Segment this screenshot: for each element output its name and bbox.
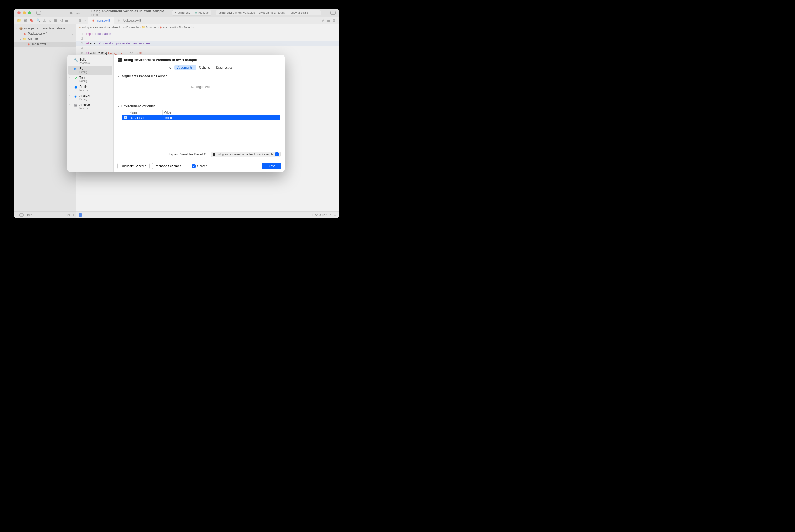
add-argument-icon[interactable]: ＋ <box>122 95 126 100</box>
source-control-navigator-icon[interactable]: ▣ <box>24 18 27 22</box>
remove-env-var-icon[interactable]: － <box>128 131 132 135</box>
analyze-icon: ◈ <box>74 94 78 98</box>
tree-sources-folder[interactable]: ⌄ 📁 Sources ? <box>14 36 76 41</box>
swift-file-icon: ◉ <box>159 26 162 28</box>
shared-label: Shared <box>197 164 207 168</box>
chevron-right-icon: › <box>177 26 178 29</box>
modal-footer: Duplicate Scheme Manage Schemes... ✓ Sha… <box>114 160 285 172</box>
tab-main-swift[interactable]: ◉ main.swift <box>88 17 114 24</box>
chevron-right-icon[interactable]: › <box>70 85 72 88</box>
table-row[interactable]: ✓ LOG_LEVEL debug <box>122 115 280 120</box>
chevron-right-icon[interactable]: › <box>70 76 72 79</box>
scheme-action-build[interactable]: › 🔧 Build 2 targets <box>67 57 113 66</box>
swift-file-icon: ◉ <box>117 19 120 22</box>
fullscreen-window-icon[interactable] <box>28 11 31 15</box>
chevron-right-icon[interactable]: › <box>70 94 72 97</box>
filter-input[interactable] <box>25 213 66 216</box>
editor-options-icon[interactable]: ☰ <box>327 18 330 22</box>
duplicate-scheme-button[interactable]: Duplicate Scheme <box>117 163 150 169</box>
scm-status: ? <box>72 32 74 35</box>
scheme-action-sub: Debug <box>79 71 87 74</box>
scheme-action-run[interactable]: › ▷ Run Debug <box>68 66 112 75</box>
chevron-right-icon[interactable]: › <box>70 67 72 70</box>
add-env-var-icon[interactable]: ＋ <box>122 131 126 135</box>
checkbox-icon[interactable]: ✓ <box>124 116 127 119</box>
breadcrumb-file: main.swift <box>163 26 176 29</box>
inspector-toggle-icon[interactable] <box>330 11 336 15</box>
tree-label: using-environment-variables-in… <box>24 26 71 30</box>
navigator-toggle-icon[interactable] <box>36 11 41 15</box>
disclosure-open-icon[interactable]: ⌄ <box>118 75 120 78</box>
disclosure-open-icon[interactable]: ⌄ <box>19 38 23 40</box>
add-icon[interactable]: + <box>16 213 18 216</box>
expand-target-select[interactable]: using-environment-variables-in-swift-sam… <box>211 152 281 157</box>
package-icon: ◈ <box>79 26 81 28</box>
remove-argument-icon[interactable]: － <box>128 95 132 100</box>
disclosure-open-icon[interactable]: ⌄ <box>16 27 19 30</box>
breadcrumb[interactable]: ◈ using-environment-variables-in-swift-s… <box>76 24 339 31</box>
scheme-action-label: Build <box>79 58 90 61</box>
scheme-action-archive[interactable]: › ▣ Archive Release <box>67 102 113 111</box>
chevron-right-icon[interactable]: › <box>70 103 72 106</box>
bookmark-navigator-icon[interactable]: 🔖 <box>30 18 34 22</box>
col-value-header[interactable]: Value <box>163 110 280 115</box>
run-button-icon[interactable]: ▶ <box>70 10 73 15</box>
breadcrumb-selection: No Selection <box>179 26 195 29</box>
section-title: Arguments Passed On Launch <box>121 74 168 78</box>
debug-area-icon[interactable] <box>79 213 82 216</box>
find-navigator-icon[interactable]: 🔍 <box>36 18 40 22</box>
titlebar: ▶ ⎇ using-environment-variables-in-swift… <box>14 9 339 17</box>
scheme-settings-pane: using-environment-variables-in-swift-sam… <box>114 55 285 172</box>
forward-icon[interactable]: › <box>85 19 86 22</box>
filter-icon[interactable]: ⊙ <box>19 213 24 216</box>
checkbox-checked-icon: ✓ <box>192 164 195 168</box>
scheme-action-test[interactable]: › ✔ Test Debug <box>67 75 113 84</box>
tab-arguments[interactable]: Arguments <box>174 65 196 70</box>
run-destination[interactable]: ▪ using-env › ▭ My Mac <box>172 10 212 16</box>
tab-label: main.swift <box>96 19 110 22</box>
env-value-cell[interactable]: debug <box>163 116 280 119</box>
tab-info[interactable]: Info <box>163 65 174 70</box>
traffic-lights <box>17 11 31 15</box>
tree-main-swift[interactable]: ◉ main.swift <box>14 41 76 47</box>
manage-schemes-button[interactable]: Manage Schemes... <box>152 163 187 169</box>
debug-navigator-icon[interactable]: ▦ <box>54 18 57 22</box>
editor-sync-icon[interactable]: ⇄ <box>322 18 324 22</box>
report-navigator-icon[interactable]: ☰ <box>65 18 68 22</box>
close-button[interactable]: Close <box>262 163 281 169</box>
minimap-icon[interactable]: ▤ <box>334 213 336 216</box>
breakpoint-navigator-icon[interactable]: ◁ <box>60 18 62 22</box>
project-navigator-icon[interactable]: 📁 <box>17 18 21 22</box>
related-items-icon[interactable]: ⊞ <box>78 19 81 22</box>
tree-project-root[interactable]: ⌄ 📦 using-environment-variables-in… <box>14 26 76 31</box>
status-text: using-environment-variables-in-swift-sam… <box>219 11 285 14</box>
back-icon[interactable]: ‹ <box>82 19 83 22</box>
chevron-right-icon[interactable]: › <box>70 58 72 61</box>
scheme-action-label: Run <box>79 67 87 71</box>
tab-options[interactable]: Options <box>196 65 213 70</box>
scheme-action-sub: Debug <box>79 80 87 83</box>
breadcrumb-project: using-environment-variables-in-swift-sam… <box>82 26 138 29</box>
env-name-cell[interactable]: LOG_LEVEL <box>129 116 163 119</box>
scheme-selector[interactable]: using-environment-variables-in-swift-sam… <box>92 9 164 16</box>
add-editor-icon[interactable]: ⊞ <box>333 18 336 22</box>
env-table: Name Value ✓ LOG_LEVEL debug <box>122 110 281 128</box>
scm-filter-icon[interactable]: ⊡ <box>72 213 74 216</box>
minimize-window-icon[interactable] <box>23 11 26 15</box>
gauge-icon: ◉ <box>74 85 78 89</box>
tab-package-swift[interactable]: ◉ Package.swift <box>114 17 145 24</box>
tree-package-swift[interactable]: ◉ Package.swift ? <box>14 31 76 36</box>
issue-navigator-icon[interactable]: ⚠ <box>43 18 46 22</box>
close-window-icon[interactable] <box>17 11 20 15</box>
library-plus-icon[interactable]: + <box>321 11 329 15</box>
col-name-header[interactable]: Name <box>129 110 163 115</box>
scheme-action-label: Analyze <box>79 94 91 98</box>
clock-icon[interactable]: ◷ <box>67 213 70 216</box>
scheme-action-profile[interactable]: › ◉ Profile Release <box>67 84 113 93</box>
expand-target-value: using-environment-variables-in-swift-sam… <box>217 153 273 156</box>
test-navigator-icon[interactable]: ◇ <box>49 18 52 22</box>
scheme-action-analyze[interactable]: › ◈ Analyze Debug <box>67 93 113 102</box>
shared-checkbox[interactable]: ✓ Shared <box>192 164 207 168</box>
disclosure-open-icon[interactable]: ⌄ <box>118 105 120 108</box>
tab-diagnostics[interactable]: Diagnostics <box>213 65 235 70</box>
